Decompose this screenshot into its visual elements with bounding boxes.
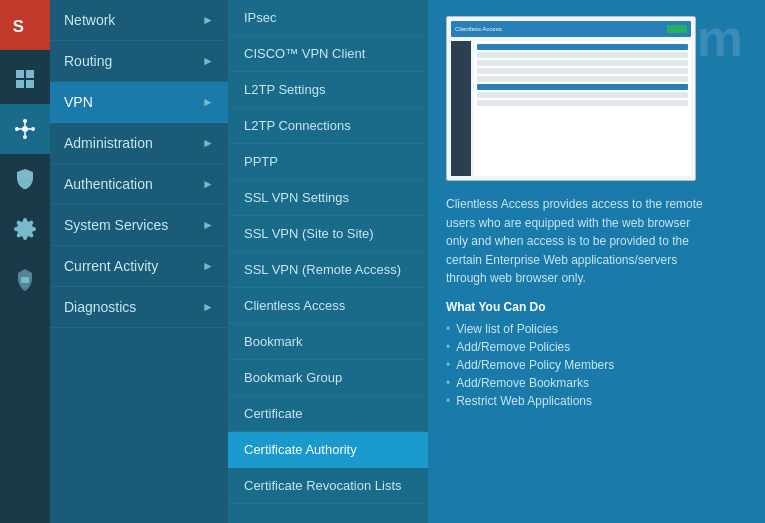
what-you-can-do-label: What You Can Do xyxy=(446,300,747,314)
chevron-right-icon: ► xyxy=(202,54,214,68)
svg-rect-15 xyxy=(21,277,29,283)
nav-item-administration[interactable]: Administration ► xyxy=(50,123,228,164)
logo-icon: S xyxy=(11,11,39,39)
chevron-right-icon: ► xyxy=(202,259,214,273)
sub-nav-cisco-vpn-client[interactable]: CISCO™ VPN Client xyxy=(228,36,428,72)
sub-nav-label: CISCO™ VPN Client xyxy=(244,46,365,61)
sub-nav-ssl-vpn-site-to-site[interactable]: SSL VPN (Site to Site) xyxy=(228,216,428,252)
chevron-right-icon: ► xyxy=(202,218,214,232)
svg-rect-3 xyxy=(16,80,24,88)
bullet-text: Add/Remove Policies xyxy=(456,340,570,354)
sub-nav-label: PPTP xyxy=(244,154,278,169)
sub-nav-label: Bookmark Group xyxy=(244,370,342,385)
sub-nav-label: L2TP Settings xyxy=(244,82,325,97)
sub-nav-ssl-vpn-remote-access[interactable]: SSL VPN (Remote Access) xyxy=(228,252,428,288)
sub-nav-certificate-authority[interactable]: Certificate Authority xyxy=(228,432,428,468)
svg-point-9 xyxy=(31,127,35,131)
settings-icon[interactable] xyxy=(0,204,50,254)
list-item: Restrict Web Applications xyxy=(446,392,747,410)
nav-label-vpn: VPN xyxy=(64,94,93,110)
nav-label-diagnostics: Diagnostics xyxy=(64,299,136,315)
list-item: Add/Remove Policy Members xyxy=(446,356,747,374)
svg-point-5 xyxy=(22,126,28,132)
bullet-text: Restrict Web Applications xyxy=(456,394,592,408)
sub-nav-label: Certificate xyxy=(244,406,303,421)
bullet-text: Add/Remove Policy Members xyxy=(456,358,614,372)
bullet-text: View list of Policies xyxy=(456,322,558,336)
sub-nav-label: Bookmark xyxy=(244,334,303,349)
sub-nav-label: Clientless Access xyxy=(244,298,345,313)
main-nav: Network ► Routing ► VPN ► Administration… xyxy=(50,0,228,523)
chevron-right-icon: ► xyxy=(202,177,214,191)
nav-label-administration: Administration xyxy=(64,135,153,151)
sub-nav-label: SSL VPN (Remote Access) xyxy=(244,262,401,277)
svg-point-7 xyxy=(23,135,27,139)
chevron-right-icon: ► xyxy=(202,95,214,109)
content-description: Clientless Access provides access to the… xyxy=(446,195,706,288)
sub-nav-ssl-vpn-settings[interactable]: SSL VPN Settings xyxy=(228,180,428,216)
nav-label-routing: Routing xyxy=(64,53,112,69)
nav-label-current-activity: Current Activity xyxy=(64,258,158,274)
content-area: System Clientless Access xyxy=(428,0,765,523)
icon-sidebar: S xyxy=(0,0,50,523)
nav-label-network: Network xyxy=(64,12,115,28)
chevron-right-icon: ► xyxy=(202,300,214,314)
network-icon[interactable] xyxy=(0,104,50,154)
sub-nav-label: SSL VPN (Site to Site) xyxy=(244,226,374,241)
dashboard-icon[interactable] xyxy=(0,54,50,104)
objects-icon[interactable] xyxy=(0,254,50,304)
chevron-right-icon: ► xyxy=(202,136,214,150)
nav-item-routing[interactable]: Routing ► xyxy=(50,41,228,82)
sub-nav-clientless-access[interactable]: Clientless Access xyxy=(228,288,428,324)
nav-label-system-services: System Services xyxy=(64,217,168,233)
sub-nav-certificate[interactable]: Certificate xyxy=(228,396,428,432)
sub-nav-label: IPsec xyxy=(244,10,277,25)
svg-point-6 xyxy=(23,119,27,123)
bullet-text: Add/Remove Bookmarks xyxy=(456,376,589,390)
sub-nav-ipsec[interactable]: IPsec xyxy=(228,0,428,36)
sub-nav-label: L2TP Connections xyxy=(244,118,351,133)
nav-item-system-services[interactable]: System Services ► xyxy=(50,205,228,246)
security-icon[interactable] xyxy=(0,154,50,204)
sub-nav-label: Certificate Revocation Lists xyxy=(244,478,402,493)
sub-nav-l2tp-settings[interactable]: L2TP Settings xyxy=(228,72,428,108)
sub-nav-bookmark[interactable]: Bookmark xyxy=(228,324,428,360)
list-item: Add/Remove Bookmarks xyxy=(446,374,747,392)
sub-nav-bookmark-group[interactable]: Bookmark Group xyxy=(228,360,428,396)
svg-text:S: S xyxy=(13,17,24,36)
nav-item-vpn[interactable]: VPN ► xyxy=(50,82,228,123)
nav-item-authentication[interactable]: Authentication ► xyxy=(50,164,228,205)
svg-point-8 xyxy=(15,127,19,131)
preview-screenshot: Clientless Access xyxy=(446,16,696,181)
bullet-list: View list of Policies Add/Remove Policie… xyxy=(446,320,747,410)
list-item: Add/Remove Policies xyxy=(446,338,747,356)
nav-item-network[interactable]: Network ► xyxy=(50,0,228,41)
nav-label-authentication: Authentication xyxy=(64,176,153,192)
svg-rect-4 xyxy=(26,80,34,88)
sub-nav: IPsec CISCO™ VPN Client L2TP Settings L2… xyxy=(228,0,428,523)
svg-rect-2 xyxy=(26,70,34,78)
sub-nav-label: Certificate Authority xyxy=(244,442,357,457)
nav-item-current-activity[interactable]: Current Activity ► xyxy=(50,246,228,287)
sub-nav-label: SSL VPN Settings xyxy=(244,190,349,205)
sub-nav-certificate-revocation-lists[interactable]: Certificate Revocation Lists xyxy=(228,468,428,504)
chevron-right-icon: ► xyxy=(202,13,214,27)
list-item: View list of Policies xyxy=(446,320,747,338)
sub-nav-pptp[interactable]: PPTP xyxy=(228,144,428,180)
nav-item-diagnostics[interactable]: Diagnostics ► xyxy=(50,287,228,328)
sophos-logo[interactable]: S xyxy=(0,0,50,50)
sub-nav-l2tp-connections[interactable]: L2TP Connections xyxy=(228,108,428,144)
svg-rect-1 xyxy=(16,70,24,78)
